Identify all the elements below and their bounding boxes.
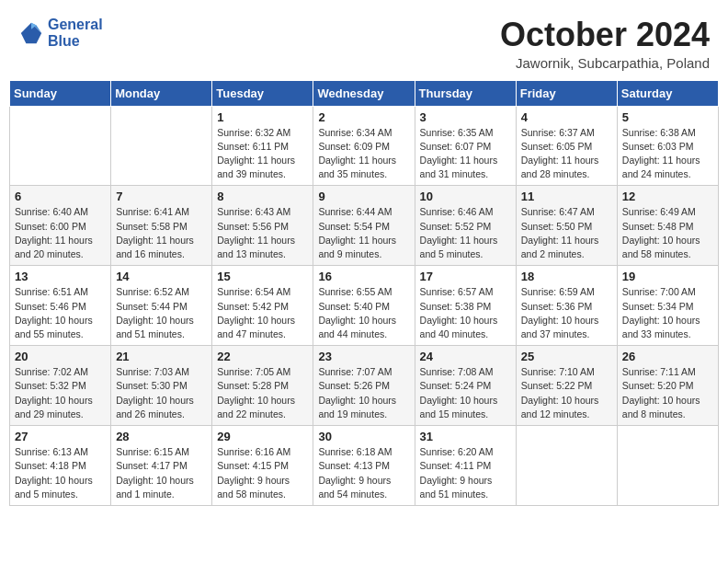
day-info: Sunrise: 6:18 AMSunset: 4:13 PMDaylight:…	[318, 445, 409, 501]
days-header-row: SundayMondayTuesdayWednesdayThursdayFrid…	[10, 80, 719, 106]
calendar-cell: 8Sunrise: 6:43 AMSunset: 5:56 PMDaylight…	[212, 186, 313, 266]
day-number: 2	[318, 110, 409, 124]
day-number: 18	[521, 270, 612, 283]
day-number: 5	[622, 110, 713, 124]
calendar-cell: 2Sunrise: 6:34 AMSunset: 6:09 PMDaylight…	[313, 106, 415, 186]
day-info: Sunrise: 6:16 AMSunset: 4:15 PMDaylight:…	[217, 445, 308, 501]
logo-text: General Blue	[48, 17, 103, 49]
month-title: October 2024	[500, 17, 710, 53]
day-number: 3	[420, 110, 511, 124]
calendar-cell	[516, 426, 617, 506]
calendar-cell: 5Sunrise: 6:38 AMSunset: 6:03 PMDaylight…	[617, 106, 718, 186]
calendar-cell: 20Sunrise: 7:02 AMSunset: 5:32 PMDayligh…	[10, 346, 111, 426]
day-header-tuesday: Tuesday	[212, 80, 313, 106]
day-info: Sunrise: 6:35 AMSunset: 6:07 PMDaylight:…	[420, 126, 511, 182]
calendar-cell: 28Sunrise: 6:15 AMSunset: 4:17 PMDayligh…	[111, 426, 212, 506]
day-number: 9	[318, 190, 409, 203]
day-info: Sunrise: 7:05 AMSunset: 5:28 PMDaylight:…	[217, 365, 308, 421]
day-number: 12	[622, 190, 713, 203]
day-number: 20	[15, 350, 106, 363]
day-info: Sunrise: 7:10 AMSunset: 5:22 PMDaylight:…	[521, 365, 612, 421]
calendar-cell	[617, 426, 718, 506]
calendar-cell: 10Sunrise: 6:46 AMSunset: 5:52 PMDayligh…	[415, 186, 516, 266]
day-info: Sunrise: 7:11 AMSunset: 5:20 PMDaylight:…	[622, 365, 713, 421]
day-info: Sunrise: 6:47 AMSunset: 5:50 PMDaylight:…	[521, 205, 612, 261]
day-info: Sunrise: 6:41 AMSunset: 5:58 PMDaylight:…	[116, 205, 207, 261]
day-number: 8	[217, 190, 308, 203]
day-info: Sunrise: 6:40 AMSunset: 6:00 PMDaylight:…	[15, 205, 106, 261]
logo-icon	[18, 20, 44, 46]
day-number: 1	[217, 110, 308, 124]
calendar-cell: 30Sunrise: 6:18 AMSunset: 4:13 PMDayligh…	[313, 426, 415, 506]
day-header-monday: Monday	[111, 80, 212, 106]
calendar-week-2: 6Sunrise: 6:40 AMSunset: 6:00 PMDaylight…	[10, 186, 719, 266]
day-info: Sunrise: 6:51 AMSunset: 5:46 PMDaylight:…	[15, 285, 106, 341]
calendar-cell: 24Sunrise: 7:08 AMSunset: 5:24 PMDayligh…	[415, 346, 516, 426]
calendar-table: SundayMondayTuesdayWednesdayThursdayFrid…	[9, 80, 719, 506]
day-info: Sunrise: 7:07 AMSunset: 5:26 PMDaylight:…	[318, 365, 409, 421]
calendar-cell: 15Sunrise: 6:54 AMSunset: 5:42 PMDayligh…	[212, 266, 313, 346]
calendar-cell: 1Sunrise: 6:32 AMSunset: 6:11 PMDaylight…	[212, 106, 313, 186]
day-info: Sunrise: 6:55 AMSunset: 5:40 PMDaylight:…	[318, 285, 409, 341]
day-number: 11	[521, 190, 612, 203]
day-info: Sunrise: 6:32 AMSunset: 6:11 PMDaylight:…	[217, 126, 308, 182]
page-header: General Blue October 2024 Jawornik, Subc…	[9, 9, 719, 75]
title-block: October 2024 Jawornik, Subcarpathia, Pol…	[500, 17, 710, 71]
calendar-week-5: 27Sunrise: 6:13 AMSunset: 4:18 PMDayligh…	[10, 426, 719, 506]
day-number: 31	[420, 430, 511, 443]
calendar-cell: 31Sunrise: 6:20 AMSunset: 4:11 PMDayligh…	[415, 426, 516, 506]
calendar-week-3: 13Sunrise: 6:51 AMSunset: 5:46 PMDayligh…	[10, 266, 719, 346]
day-number: 10	[420, 190, 511, 203]
logo: General Blue	[18, 17, 103, 49]
calendar-cell: 9Sunrise: 6:44 AMSunset: 5:54 PMDaylight…	[313, 186, 415, 266]
day-info: Sunrise: 6:15 AMSunset: 4:17 PMDaylight:…	[116, 445, 207, 501]
calendar-cell: 14Sunrise: 6:52 AMSunset: 5:44 PMDayligh…	[111, 266, 212, 346]
day-info: Sunrise: 6:34 AMSunset: 6:09 PMDaylight:…	[318, 126, 409, 182]
day-number: 17	[420, 270, 511, 283]
day-info: Sunrise: 6:43 AMSunset: 5:56 PMDaylight:…	[217, 205, 308, 261]
day-info: Sunrise: 6:57 AMSunset: 5:38 PMDaylight:…	[420, 285, 511, 341]
day-info: Sunrise: 7:02 AMSunset: 5:32 PMDaylight:…	[15, 365, 106, 421]
calendar-cell	[10, 106, 111, 186]
day-header-sunday: Sunday	[10, 80, 111, 106]
calendar-cell: 18Sunrise: 6:59 AMSunset: 5:36 PMDayligh…	[516, 266, 617, 346]
day-number: 22	[217, 350, 308, 363]
calendar-cell: 6Sunrise: 6:40 AMSunset: 6:00 PMDaylight…	[10, 186, 111, 266]
calendar-week-1: 1Sunrise: 6:32 AMSunset: 6:11 PMDaylight…	[10, 106, 719, 186]
calendar-cell: 23Sunrise: 7:07 AMSunset: 5:26 PMDayligh…	[313, 346, 415, 426]
calendar-cell: 12Sunrise: 6:49 AMSunset: 5:48 PMDayligh…	[617, 186, 718, 266]
day-header-thursday: Thursday	[415, 80, 516, 106]
day-info: Sunrise: 6:52 AMSunset: 5:44 PMDaylight:…	[116, 285, 207, 341]
day-number: 30	[318, 430, 409, 443]
day-number: 21	[116, 350, 207, 363]
calendar-cell: 19Sunrise: 7:00 AMSunset: 5:34 PMDayligh…	[617, 266, 718, 346]
day-info: Sunrise: 6:38 AMSunset: 6:03 PMDaylight:…	[622, 126, 713, 182]
calendar-cell	[111, 106, 212, 186]
day-number: 26	[622, 350, 713, 363]
day-number: 4	[521, 110, 612, 124]
day-info: Sunrise: 7:03 AMSunset: 5:30 PMDaylight:…	[116, 365, 207, 421]
day-info: Sunrise: 6:46 AMSunset: 5:52 PMDaylight:…	[420, 205, 511, 261]
calendar-cell: 29Sunrise: 6:16 AMSunset: 4:15 PMDayligh…	[212, 426, 313, 506]
day-info: Sunrise: 6:59 AMSunset: 5:36 PMDaylight:…	[521, 285, 612, 341]
day-number: 27	[15, 430, 106, 443]
day-number: 28	[116, 430, 207, 443]
calendar-week-4: 20Sunrise: 7:02 AMSunset: 5:32 PMDayligh…	[10, 346, 719, 426]
day-header-wednesday: Wednesday	[313, 80, 415, 106]
day-info: Sunrise: 6:37 AMSunset: 6:05 PMDaylight:…	[521, 126, 612, 182]
day-number: 15	[217, 270, 308, 283]
day-info: Sunrise: 6:49 AMSunset: 5:48 PMDaylight:…	[622, 205, 713, 261]
calendar-cell: 3Sunrise: 6:35 AMSunset: 6:07 PMDaylight…	[415, 106, 516, 186]
day-info: Sunrise: 6:54 AMSunset: 5:42 PMDaylight:…	[217, 285, 308, 341]
day-number: 24	[420, 350, 511, 363]
calendar-cell: 27Sunrise: 6:13 AMSunset: 4:18 PMDayligh…	[10, 426, 111, 506]
day-info: Sunrise: 6:13 AMSunset: 4:18 PMDaylight:…	[15, 445, 106, 501]
day-number: 13	[15, 270, 106, 283]
day-info: Sunrise: 7:00 AMSunset: 5:34 PMDaylight:…	[622, 285, 713, 341]
day-header-saturday: Saturday	[617, 80, 718, 106]
calendar-cell: 17Sunrise: 6:57 AMSunset: 5:38 PMDayligh…	[415, 266, 516, 346]
calendar-cell: 13Sunrise: 6:51 AMSunset: 5:46 PMDayligh…	[10, 266, 111, 346]
day-number: 25	[521, 350, 612, 363]
day-number: 14	[116, 270, 207, 283]
calendar-cell: 25Sunrise: 7:10 AMSunset: 5:22 PMDayligh…	[516, 346, 617, 426]
